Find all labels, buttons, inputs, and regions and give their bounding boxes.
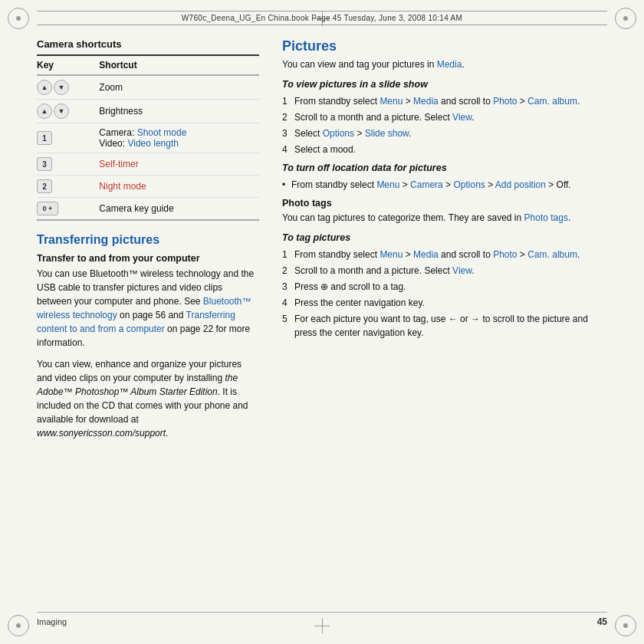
zoom-down-key: ▼: [54, 80, 69, 95]
table-row: ▲ ▼ Brightness: [37, 100, 259, 123]
table-row: 1 Camera: Shoot mode Video: Video length: [37, 123, 259, 153]
tag-list: 1 From standby select Menu > Media and s…: [282, 248, 607, 340]
list-item: 1 From standby select Menu > Media and s…: [282, 248, 607, 261]
shortcut-0plus: Camera key guide: [99, 198, 259, 221]
key-cell-3: 3: [37, 153, 99, 176]
key-3-icon: 3: [37, 157, 52, 171]
corner-mark-tr: [615, 8, 636, 29]
key-cell-1: 1: [37, 123, 99, 153]
table-row: 2 Night mode: [37, 176, 259, 198]
footer-right: 45: [597, 616, 607, 627]
footer-page-num: 45: [597, 616, 607, 627]
shortcut-2: Night mode: [99, 176, 259, 198]
header-text: W760c_Deena_UG_En China.book Page 45 Tue…: [182, 14, 462, 22]
left-column: Camera shortcuts Key Shortcut ▲ ▼: [37, 38, 259, 606]
transfer-para1: You can use Bluetooth™ wireless technolo…: [37, 267, 259, 350]
photo-tags-section: Photo tags You can tag pictures to categ…: [282, 198, 607, 225]
list-item: 5 For each picture you want to tag, use …: [282, 312, 607, 340]
key-cell-0plus: 0 +: [37, 198, 99, 221]
brightness-down-key: ▼: [54, 104, 69, 119]
list-item: 4 Select a mood.: [282, 143, 607, 156]
table-row: 0 + Camera key guide: [37, 198, 259, 221]
slide-show-heading: To view pictures in a slide show: [282, 79, 607, 90]
shortcut-3: Self-timer: [99, 153, 259, 176]
transfer-title: Transferring pictures: [37, 233, 259, 247]
transfer-subsection-title: Transfer to and from your computer: [37, 253, 259, 264]
list-item: 4 Press the center navigation key.: [282, 296, 607, 310]
table-row: 3 Self-timer: [37, 153, 259, 176]
location-heading: To turn off location data for pictures: [282, 163, 607, 173]
key-1-icon: 1: [37, 131, 52, 145]
main-content: Camera shortcuts Key Shortcut ▲ ▼: [37, 38, 607, 606]
shortcuts-table: Key Shortcut ▲ ▼ Zoom: [37, 54, 259, 221]
pictures-intro: You can view and tag your pictures in Me…: [282, 58, 607, 71]
right-column: Pictures You can view and tag your pictu…: [282, 38, 607, 606]
footer-left-text: Imaging: [37, 617, 67, 626]
transfer-para2: You can view, enhance and organize your …: [37, 357, 259, 440]
key-cell-zoom: ▲ ▼: [37, 75, 99, 100]
footer: Imaging 45: [37, 612, 607, 627]
header-bar: W760c_Deena_UG_En China.book Page 45 Tue…: [37, 11, 607, 25]
pictures-title: Pictures: [282, 38, 607, 54]
shortcut-zoom: Zoom: [99, 75, 259, 100]
key-cell-2: 2: [37, 176, 99, 198]
list-item: 2 Scroll to a month and a picture. Selec…: [282, 264, 607, 278]
shortcuts-title: Camera shortcuts: [37, 38, 259, 50]
table-row: ▲ ▼ Zoom: [37, 75, 259, 100]
list-item: From standby select Menu > Camera > Opti…: [282, 178, 607, 192]
corner-mark-bl: [8, 615, 29, 636]
tag-pictures-heading: To tag pictures: [282, 232, 607, 243]
location-list: From standby select Menu > Camera > Opti…: [282, 178, 607, 192]
zoom-up-key: ▲: [37, 80, 52, 95]
col-shortcut-header: Shortcut: [99, 55, 259, 75]
shortcut-brightness: Brightness: [99, 100, 259, 123]
list-item: 2 Scroll to a month and a picture. Selec…: [282, 110, 607, 124]
col-key-header: Key: [37, 55, 99, 75]
key-2-icon: 2: [37, 179, 52, 193]
shortcut-1: Camera: Shoot mode Video: Video length: [99, 123, 259, 153]
list-item: 3 Select Options > Slide show.: [282, 127, 607, 140]
list-item: 1 From standby select Menu > Media and s…: [282, 94, 607, 108]
corner-mark-br: [615, 615, 636, 636]
photo-tags-title: Photo tags: [282, 198, 607, 209]
photo-tags-intro: You can tag pictures to categorize them.…: [282, 211, 607, 225]
corner-mark-tl: [8, 8, 29, 29]
list-item: 3 Press ⊕ and scroll to a tag.: [282, 280, 607, 294]
brightness-up-key: ▲: [37, 104, 52, 119]
key-cell-brightness: ▲ ▼: [37, 100, 99, 123]
key-0plus-icon: 0 +: [37, 202, 58, 215]
slide-show-list: 1 From standby select Menu > Media and s…: [282, 94, 607, 156]
